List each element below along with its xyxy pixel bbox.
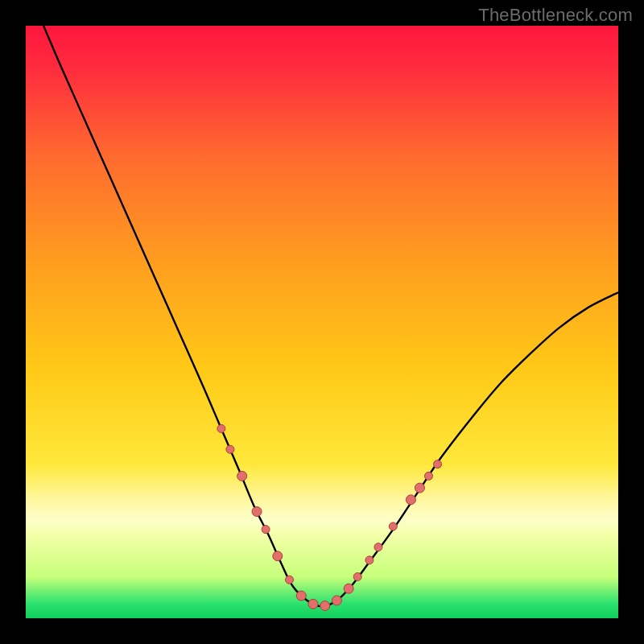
watermark-text: TheBottleneck.com xyxy=(478,5,633,26)
data-point xyxy=(389,522,397,530)
data-point xyxy=(308,599,318,609)
chart-frame: TheBottleneck.com xyxy=(0,0,644,644)
data-point xyxy=(273,551,283,561)
data-point xyxy=(296,591,306,601)
data-point xyxy=(406,495,415,505)
data-point xyxy=(424,472,432,480)
data-point xyxy=(262,526,270,534)
bottleneck-chart xyxy=(26,26,618,618)
data-point xyxy=(374,543,382,551)
data-point xyxy=(286,576,294,584)
data-point xyxy=(237,471,247,481)
gradient-background xyxy=(26,26,618,618)
data-point xyxy=(217,424,225,432)
data-point xyxy=(252,507,262,517)
data-point xyxy=(415,483,424,493)
data-point xyxy=(353,572,361,580)
data-point xyxy=(434,460,442,469)
data-point xyxy=(320,601,330,611)
data-point xyxy=(344,584,353,593)
data-point xyxy=(365,556,374,564)
data-point xyxy=(226,445,234,453)
plot-area xyxy=(26,26,618,618)
data-point xyxy=(332,596,341,605)
